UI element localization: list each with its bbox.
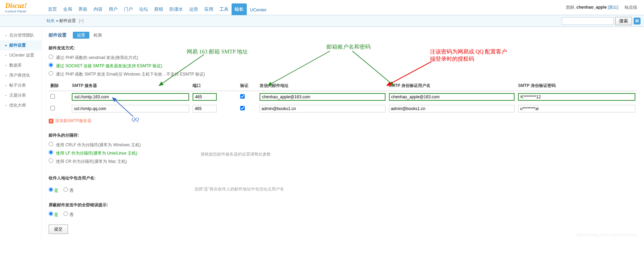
logo[interactable]: Discuz! Control Panel: [0, 2, 41, 13]
th-delete: 删除: [49, 81, 70, 91]
sidebar-item[interactable]: 数据库: [0, 60, 41, 70]
smtp-table: 删除 SMTP 服务器 端口 验证 发信人邮件地址 SMTP 身份验证用户名 S…: [49, 81, 637, 115]
breadcrumb: 站长 » 邮件设置 [+]: [47, 18, 84, 24]
nav-tab-运营[interactable]: 运营: [186, 3, 201, 15]
delimiter-label[interactable]: 使用 LF 作为分隔符(通常为 Unix/Linux 主机): [56, 151, 137, 156]
nav-tabs: 首页全局界面内容用户门户论坛群组防灌水运营应用工具站长UCenter: [45, 0, 270, 15]
site-info[interactable]: 站点信: [625, 5, 637, 10]
delimiter-label[interactable]: 使用 CR 作为分隔符(通常为 Mac 主机): [56, 159, 127, 164]
include-user-title: 收件人地址中包含用户名:: [49, 175, 637, 181]
send-method-label[interactable]: 通过 SOCKET 连接 SMTP 服务器发送(支持 ESMTP 验证): [56, 63, 162, 68]
from-input[interactable]: [260, 93, 386, 101]
pass-input[interactable]: [518, 105, 635, 112]
search-input[interactable]: [562, 17, 614, 25]
th-server: SMTP 服务器: [70, 81, 191, 91]
nav-tab-用户[interactable]: 用户: [106, 3, 121, 15]
watermark: https://blog.csdn.net/xchenhao: [576, 232, 637, 237]
header: Discuz! Control Panel 首页全局界面内容用户门户论坛群组防灌…: [0, 0, 644, 15]
sidebar-item[interactable]: 用户表优化: [0, 70, 41, 80]
delimiter-hint: 请根据您邮件服务器的设置调整此参数: [201, 151, 271, 157]
username: chenhao_apple: [576, 5, 606, 10]
page-tab[interactable]: 检测: [89, 32, 106, 39]
nav-tab-UCenter[interactable]: UCenter: [247, 4, 270, 15]
logo-subtitle: Control Panel: [5, 10, 41, 13]
delimiter-title: 邮件头的分隔符:: [49, 132, 637, 138]
user-info: 您好, chenhao_apple [退出] 站点信: [564, 4, 644, 10]
delimiter-radio[interactable]: [49, 142, 53, 146]
server-input[interactable]: [72, 93, 189, 101]
delete-checkbox[interactable]: [50, 94, 55, 99]
logout-link[interactable]: [退出]: [608, 5, 618, 10]
plus-icon: +: [49, 119, 53, 123]
sidebar: 后台管理团队邮件设置UCenter 设置数据库用户表优化帖子分表主题分表优化大师: [0, 27, 41, 239]
send-method-title: 邮件发送方式:: [49, 45, 637, 51]
nav-tab-防灌水[interactable]: 防灌水: [166, 3, 186, 15]
table-row: [49, 103, 637, 115]
nav-tab-全局[interactable]: 全局: [60, 3, 75, 15]
auth-checkbox[interactable]: [240, 94, 245, 99]
mask-errors-group: 是 否: [49, 211, 637, 218]
th-auth: 验证: [238, 81, 258, 91]
search-box: 搜索 M: [562, 17, 641, 25]
include-user-yes[interactable]: 是: [49, 187, 58, 194]
nav-tab-界面[interactable]: 界面: [75, 3, 90, 15]
port-input[interactable]: [193, 93, 217, 101]
mask-errors-yes[interactable]: 是: [49, 211, 58, 218]
send-method-radio[interactable]: [49, 63, 53, 67]
page-tabs: 邮件设置 设置检测: [49, 32, 637, 38]
nav-tab-站长[interactable]: 站长: [232, 3, 247, 15]
from-input[interactable]: [260, 105, 386, 112]
page-tab[interactable]: 设置: [73, 32, 89, 39]
th-from: 发信人邮件地址: [258, 81, 387, 91]
sidebar-item[interactable]: 主题分表: [0, 90, 41, 100]
delimiter-label[interactable]: 使用 CRLF 作为分隔符(通常为 Windows 主机): [56, 142, 140, 147]
th-user: SMTP 身份验证用户名: [387, 81, 517, 91]
nav-tab-门户[interactable]: 门户: [121, 3, 136, 15]
breadcrumb-current: 邮件设置: [59, 18, 76, 23]
mask-errors-title: 屏蔽邮件发送中的全部错误提示:: [49, 202, 637, 208]
delete-checkbox[interactable]: [50, 106, 55, 110]
table-row: [49, 91, 637, 103]
auth-checkbox[interactable]: [240, 106, 245, 110]
mask-errors-no[interactable]: 否: [64, 211, 73, 218]
user-input[interactable]: [389, 93, 515, 101]
server-input[interactable]: [72, 105, 189, 112]
main-content: 邮件设置 设置检测 邮件发送方式: 通过 PHP 函数的 sendmail 发送…: [41, 27, 644, 239]
breadcrumb-bar: 站长 » 邮件设置 [+] 搜索 M: [0, 15, 644, 27]
user-input[interactable]: [389, 105, 515, 112]
delimiter-radio[interactable]: [49, 150, 53, 155]
send-method-label[interactable]: 通过 PHP 函数 SMTP 发送 Email(仅 Windows 主机下有效，…: [56, 72, 205, 77]
sidebar-item[interactable]: 帖子分表: [0, 80, 41, 90]
sidebar-item[interactable]: 邮件设置: [0, 40, 41, 50]
sidebar-item[interactable]: UCenter 设置: [0, 50, 41, 60]
page-title: 邮件设置: [49, 32, 67, 38]
include-user-hint: 选择"是"将在收件人的邮件地址中包含站点用户名: [194, 186, 284, 192]
send-method-radio[interactable]: [49, 71, 53, 76]
search-button[interactable]: 搜索: [615, 17, 632, 25]
pass-input[interactable]: [518, 93, 635, 101]
breadcrumb-root[interactable]: 站长: [47, 18, 55, 23]
sidebar-item[interactable]: 后台管理团队: [0, 30, 41, 40]
th-pass: SMTP 身份验证密码: [516, 81, 637, 91]
m-icon[interactable]: M: [634, 18, 641, 24]
greeting: 您好,: [566, 5, 575, 10]
submit-button[interactable]: 提交: [49, 225, 68, 234]
add-smtp-link[interactable]: + 添加新SMTP服务器: [49, 118, 637, 124]
nav-tab-论坛[interactable]: 论坛: [136, 3, 151, 15]
send-method-label[interactable]: 通过 PHP 函数的 sendmail 发送(推荐此方式): [56, 55, 138, 60]
include-user-no[interactable]: 否: [64, 187, 73, 194]
send-method-radio[interactable]: [49, 55, 53, 59]
nav-tab-群组[interactable]: 群组: [151, 3, 166, 15]
nav-tab-首页[interactable]: 首页: [45, 3, 60, 15]
nav-tab-内容[interactable]: 内容: [90, 3, 106, 15]
nav-tab-工具[interactable]: 工具: [216, 3, 232, 15]
th-port: 端口: [191, 81, 238, 91]
delimiter-radio[interactable]: [49, 158, 53, 163]
sidebar-item[interactable]: 优化大师: [0, 100, 41, 110]
breadcrumb-plus[interactable]: [+]: [79, 18, 84, 23]
port-input[interactable]: [193, 105, 217, 112]
nav-tab-应用[interactable]: 应用: [201, 3, 216, 15]
include-user-group: 是 否: [49, 187, 74, 194]
logo-text: Discuz!: [5, 2, 41, 10]
